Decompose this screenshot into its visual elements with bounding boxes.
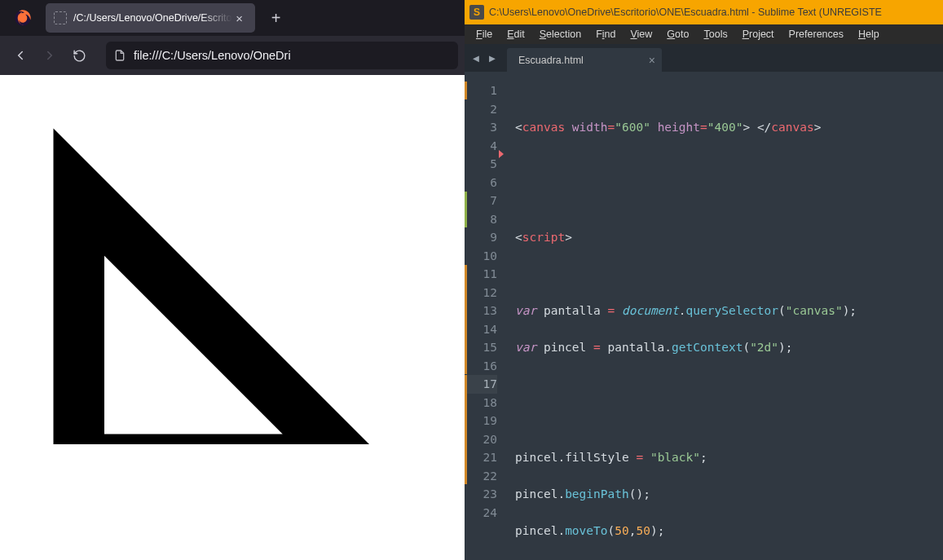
tab-title: /C:/Users/Lenovo/OneDrive/Escrito	[73, 12, 232, 24]
menu-file[interactable]: File	[469, 27, 499, 42]
tab-prev-icon[interactable]: ◄	[468, 49, 484, 67]
editor-tab[interactable]: Escuadra.html ×	[507, 48, 662, 72]
window-title: C:\Users\Lenovo\OneDrive\Escritorio\ONE\…	[489, 7, 882, 18]
sublime-logo-icon: S	[469, 5, 484, 20]
forward-button[interactable]	[36, 42, 64, 69]
menu-find[interactable]: Find	[589, 27, 622, 42]
code-area: 1 2 3 4 5 6 7 8 9 10 11 12 13 14 15 16 1…	[465, 72, 943, 560]
line-number: 9	[465, 228, 497, 247]
menu-preferences[interactable]: Preferences	[782, 27, 850, 42]
line-number: 23	[465, 485, 497, 504]
line-number: 6	[465, 174, 497, 192]
line-number: 11	[465, 265, 497, 284]
line-number: 4	[465, 137, 497, 156]
editor-tab-label: Escuadra.html	[518, 55, 584, 66]
line-number: 12	[465, 284, 497, 302]
canvas-triangle	[2, 77, 465, 444]
line-number: 22	[465, 467, 497, 486]
line-number: 8	[465, 210, 497, 229]
line-number: 15	[465, 338, 497, 357]
line-number: 21	[465, 448, 497, 467]
menu-edit[interactable]: Edit	[500, 27, 531, 42]
menu-goto[interactable]: Goto	[660, 27, 695, 42]
tab-nav-arrows: ◄ ►	[465, 44, 504, 72]
gutter-mark	[465, 192, 467, 227]
file-icon	[112, 48, 127, 63]
gutter-mark	[465, 82, 467, 99]
editor-tab-row: ◄ ► Escuadra.html ×	[465, 44, 943, 72]
menu-selection[interactable]: Selection	[533, 27, 588, 42]
line-number-gutter: 1 2 3 4 5 6 7 8 9 10 11 12 13 14 15 16 1…	[465, 72, 505, 560]
line-number: 24	[465, 504, 497, 523]
firefox-logo-icon	[0, 0, 46, 36]
line-number: 13	[465, 302, 497, 320]
line-number: 7	[465, 192, 497, 210]
line-number: 19	[465, 412, 497, 430]
line-number: 16	[465, 357, 497, 376]
code-content[interactable]: <canvas width="600" height="400"> </canv…	[505, 72, 943, 560]
reload-button[interactable]	[65, 42, 93, 69]
gutter-mark	[465, 375, 467, 484]
tab-strip: /C:/Users/Lenovo/OneDrive/Escrito × +	[0, 0, 465, 36]
gutter-mark	[465, 265, 467, 374]
address-bar[interactable]: file:///C:/Users/Lenovo/OneDri	[106, 42, 458, 69]
line-number: 14	[465, 320, 497, 339]
browser-tab[interactable]: /C:/Users/Lenovo/OneDrive/Escrito ×	[46, 3, 255, 33]
line-number: 20	[465, 430, 497, 449]
page-content	[0, 75, 465, 560]
navigation-toolbar: file:///C:/Users/Lenovo/OneDri	[0, 36, 465, 75]
back-button[interactable]	[7, 42, 34, 69]
line-number: 3	[465, 118, 497, 137]
close-icon[interactable]: ×	[649, 54, 655, 67]
line-number: 2	[465, 100, 497, 119]
firefox-window: /C:/Users/Lenovo/OneDrive/Escrito × + fi…	[0, 0, 465, 560]
window-titlebar: S C:\Users\Lenovo\OneDrive\Escritorio\ON…	[465, 0, 943, 24]
line-number: 18	[465, 394, 497, 412]
url-text: file:///C:/Users/Lenovo/OneDri	[134, 49, 291, 62]
new-tab-button[interactable]: +	[263, 5, 289, 31]
line-number: 5	[465, 155, 497, 174]
sublime-window: S C:\Users\Lenovo\OneDrive\Escritorio\ON…	[465, 0, 943, 560]
line-number: 10	[465, 247, 497, 266]
line-number: 1	[465, 82, 497, 100]
menu-help[interactable]: Help	[852, 27, 886, 42]
tab-favicon	[54, 11, 67, 24]
fold-marker-icon	[499, 150, 504, 158]
tab-next-icon[interactable]: ►	[484, 49, 500, 67]
close-icon[interactable]: ×	[232, 11, 247, 25]
line-number: 17	[465, 375, 497, 394]
menu-bar: File Edit Selection Find View Goto Tools…	[465, 24, 943, 44]
menu-view[interactable]: View	[624, 27, 659, 42]
menu-tools[interactable]: Tools	[697, 27, 734, 42]
menu-project[interactable]: Project	[736, 27, 781, 42]
